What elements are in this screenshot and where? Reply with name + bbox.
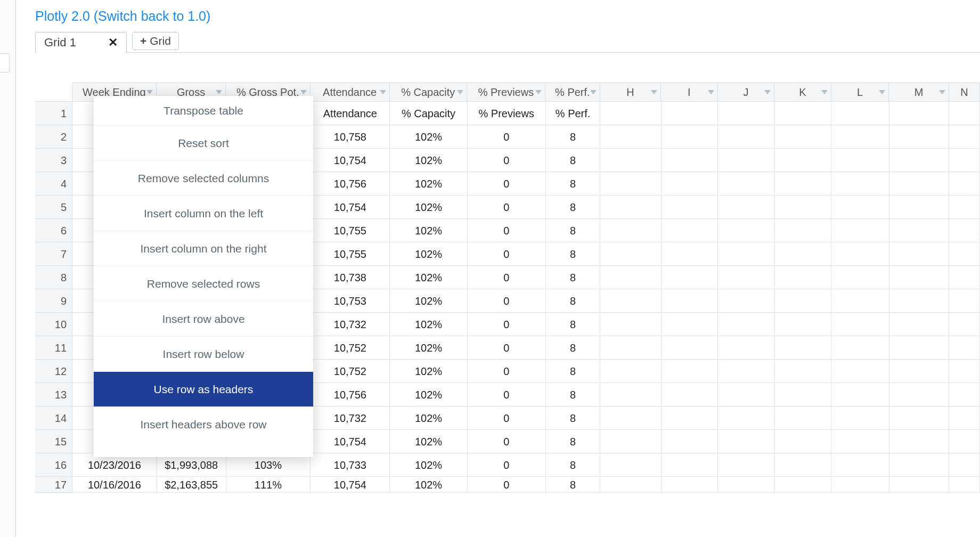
cell[interactable] — [600, 430, 661, 453]
cell[interactable]: 8 — [546, 219, 601, 242]
add-grid-button[interactable]: + Grid — [132, 32, 179, 50]
chevron-down-icon[interactable] — [457, 90, 463, 94]
cell[interactable]: 10,738 — [311, 266, 390, 289]
cell[interactable] — [889, 383, 949, 406]
cell[interactable] — [718, 102, 775, 125]
cell[interactable]: 111% — [226, 477, 311, 493]
cell[interactable] — [889, 172, 949, 196]
chevron-down-icon[interactable] — [380, 90, 386, 94]
cell[interactable] — [662, 125, 718, 149]
cell[interactable] — [889, 266, 949, 289]
cell[interactable] — [831, 172, 889, 196]
cell[interactable] — [831, 242, 889, 266]
column-header[interactable]: M — [889, 83, 949, 102]
cell[interactable] — [775, 219, 832, 242]
cell[interactable] — [662, 477, 718, 493]
cell[interactable]: 0 — [468, 172, 546, 196]
row-number[interactable]: 3 — [35, 149, 72, 172]
cell[interactable] — [775, 313, 832, 336]
chevron-down-icon[interactable] — [216, 90, 222, 94]
column-header[interactable]: I — [661, 83, 718, 102]
cell[interactable]: 102% — [390, 336, 467, 360]
row-number[interactable]: 11 — [35, 336, 72, 360]
chevron-down-icon[interactable] — [879, 90, 885, 94]
cell[interactable] — [662, 289, 718, 313]
row-number[interactable]: 7 — [35, 242, 72, 266]
cell[interactable]: 10,754 — [311, 149, 390, 172]
row-number[interactable]: 2 — [35, 125, 72, 149]
cell[interactable]: 0 — [468, 219, 546, 242]
row-number[interactable]: 17 — [35, 477, 72, 493]
cell[interactable]: 0 — [468, 360, 546, 383]
cell[interactable] — [600, 406, 661, 430]
cell[interactable] — [600, 336, 661, 360]
cell[interactable]: 0 — [468, 406, 546, 430]
cell[interactable] — [775, 383, 832, 406]
cell[interactable]: 8 — [546, 196, 601, 219]
cell[interactable] — [775, 242, 832, 266]
cell[interactable]: 8 — [546, 453, 601, 477]
row-number[interactable]: 4 — [35, 172, 72, 196]
cell[interactable] — [662, 266, 718, 289]
cell[interactable] — [949, 125, 980, 149]
cell[interactable] — [600, 196, 661, 219]
cell[interactable] — [831, 477, 889, 493]
close-icon[interactable]: ✕ — [108, 36, 118, 50]
cell[interactable] — [662, 242, 718, 266]
cell[interactable] — [949, 430, 980, 453]
cell[interactable] — [718, 477, 775, 493]
cell[interactable] — [949, 172, 980, 196]
context-menu-item[interactable]: Remove selected rows — [94, 266, 313, 302]
context-menu-item[interactable]: Reset sort — [94, 126, 313, 161]
cell[interactable] — [949, 242, 980, 266]
cell[interactable] — [600, 125, 661, 149]
chevron-down-icon[interactable] — [651, 90, 657, 94]
cell[interactable]: 10,733 — [311, 453, 390, 477]
cell[interactable] — [718, 406, 775, 430]
cell[interactable] — [889, 360, 949, 383]
cell[interactable] — [775, 172, 832, 196]
row-number[interactable]: 13 — [35, 383, 72, 406]
cell[interactable] — [775, 453, 832, 477]
cell[interactable] — [889, 477, 949, 493]
cell[interactable] — [949, 406, 980, 430]
version-switch-link[interactable]: Plotly 2.0 (Switch back to 1.0) — [32, 9, 980, 31]
cell[interactable]: 0 — [468, 289, 546, 313]
cell[interactable] — [775, 477, 832, 493]
chevron-down-icon[interactable] — [764, 90, 771, 94]
cell[interactable] — [718, 219, 775, 242]
cell[interactable]: 8 — [546, 336, 601, 360]
cell[interactable] — [889, 336, 949, 360]
cell[interactable] — [831, 289, 889, 313]
chevron-down-icon[interactable] — [590, 90, 597, 94]
cell[interactable] — [889, 242, 949, 266]
cell[interactable]: % Capacity — [390, 102, 467, 125]
cell[interactable] — [600, 477, 661, 493]
context-menu-item[interactable]: Insert row below — [94, 337, 313, 372]
cell[interactable]: 0 — [468, 313, 546, 336]
cell[interactable] — [718, 360, 775, 383]
cell[interactable]: 8 — [546, 289, 601, 313]
cell[interactable] — [662, 430, 718, 453]
cell[interactable] — [949, 196, 980, 219]
cell[interactable] — [831, 125, 889, 149]
cell[interactable] — [600, 289, 661, 313]
cell[interactable]: 8 — [546, 266, 601, 289]
cell[interactable]: 8 — [546, 125, 601, 149]
cell[interactable]: 102% — [390, 289, 467, 313]
cell[interactable] — [889, 149, 949, 172]
row-number[interactable]: 15 — [35, 430, 72, 453]
cell[interactable] — [949, 336, 980, 360]
cell[interactable] — [889, 430, 949, 453]
cell[interactable] — [775, 289, 832, 313]
cell[interactable]: 0 — [468, 453, 546, 477]
cell[interactable]: 8 — [546, 477, 601, 493]
cell[interactable]: Attendance — [311, 102, 390, 125]
cell[interactable]: 10,732 — [311, 313, 390, 336]
collapsed-side-tab[interactable] — [0, 53, 10, 72]
cell[interactable]: % Perf. — [546, 102, 601, 125]
cell[interactable] — [662, 219, 718, 242]
cell[interactable]: 102% — [390, 313, 467, 336]
cell[interactable] — [831, 313, 889, 336]
context-menu-item[interactable]: Insert column on the left — [94, 196, 313, 231]
